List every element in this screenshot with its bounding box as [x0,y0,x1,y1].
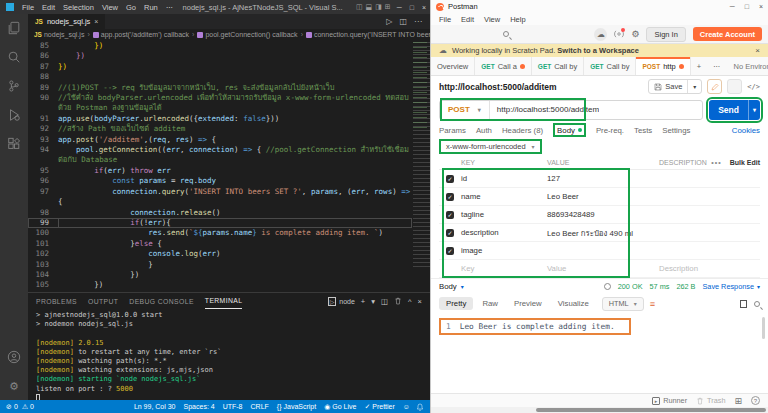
account-icon[interactable] [6,349,22,365]
search-icon[interactable] [503,31,509,37]
kill-terminal-icon[interactable] [394,297,402,305]
code-line[interactable]: 92//สร้าง Path ของเว็บไซต์ additem [28,124,412,134]
code-line[interactable]: 88 [28,72,412,82]
key-cell[interactable]: tagline [461,210,547,219]
trash-button[interactable]: Trash [696,396,725,405]
cookies-link[interactable]: Cookies [732,126,760,135]
menu-item[interactable]: View [484,15,500,24]
vscode-minimize-button[interactable]: ─ [397,4,402,11]
menu-item[interactable]: Edit [42,3,55,12]
response-tab-raw[interactable]: Raw [475,297,505,310]
code-snippet-icon[interactable]: </> [747,83,760,91]
menu-item[interactable]: Selection [63,3,94,12]
code-line[interactable]: 100 res.send(`${params.name} is complete… [28,228,412,238]
kv-row[interactable]: ✓descriptionLeo Beer กระป๋อง 490 ml [439,224,760,242]
kebab-icon[interactable]: ••• [711,159,721,166]
source-control-icon[interactable] [6,78,22,94]
code-line[interactable]: 87}) [28,62,412,72]
code-line[interactable]: 98 connection.release() [28,208,412,218]
code-line[interactable]: 90//ใช้คำสั่ง bodyParser.urlencoded เพื่… [28,93,412,114]
key-cell[interactable]: id [461,174,547,183]
key-cell[interactable]: name [461,192,547,201]
request-tab[interactable]: Overview [431,57,475,75]
runner-button[interactable]: ▸Runner [652,396,687,405]
network-globe-icon[interactable] [604,283,611,290]
row-checkbox[interactable]: ✓ [446,247,454,255]
tab-auth[interactable]: Auth [476,122,492,138]
status-item[interactable]: {}JavaScript [277,403,316,410]
sign-in-button[interactable]: Sign In [646,27,685,42]
status-item[interactable]: UTF-8 [223,403,243,410]
postman-close-button[interactable]: × [759,3,763,10]
status-item[interactable]: Spaces: 4 [184,403,215,410]
run-debug-icon[interactable] [6,107,22,123]
panel-tab-problems[interactable]: PROBLEMS [36,293,77,309]
kv-row-placeholder[interactable]: KeyValueDescription [439,260,760,278]
save-button[interactable]: Save▾ [648,79,702,94]
terminal-dropdown-icon[interactable]: ▾ [371,297,375,306]
kv-row[interactable]: ✓tagline88693428489 [439,206,760,224]
code-line[interactable]: 93app.post('/additem',(req, res) => { [28,135,412,145]
code-line[interactable]: 104 }) [28,270,412,280]
row-checkbox[interactable]: ✓ [446,211,454,219]
help-icon[interactable]: ? [751,396,760,405]
terminal-shell-badge[interactable]: ▷node [328,297,355,306]
method-select[interactable]: POST▾ [440,101,490,119]
edit-pencil-icon[interactable] [707,79,722,94]
row-checkbox[interactable]: ✓ [446,175,454,183]
code-line[interactable]: 94 pool.getConnection((err, connection) … [28,145,412,166]
request-tab[interactable]: GETCall by [532,57,584,75]
capture-requests-icon[interactable] [614,29,624,39]
value-cell[interactable]: 127 [547,174,659,183]
response-scrollbar[interactable] [762,317,765,339]
postman-maximize-button[interactable]: □ [745,3,749,10]
settings-gear-icon[interactable]: ⚙ [6,378,22,394]
code-editor[interactable]: 85 })86 })87})8889//(1)POST --> req รับข… [28,40,430,292]
tab-close-icon[interactable]: × [94,18,98,25]
new-tab-button[interactable]: + [691,57,707,75]
breadcrumb-symbol[interactable]: connection.query('INSERT INTO beers SET … [314,31,430,38]
vscode-close-button[interactable]: × [422,4,426,11]
horizontal-scrollbar[interactable] [431,407,768,413]
sync-cloud-icon[interactable]: ☁ [594,28,607,41]
request-tab[interactable]: GETCall by [584,57,636,75]
environment-selector[interactable]: No Environment▾ [727,57,768,75]
menu-item[interactable]: Go [126,3,136,12]
breadcrumb-file[interactable]: nodejs_sql.js [44,31,84,38]
editor-tab[interactable]: JS nodejs_sql.js × [28,14,106,29]
run-file-icon[interactable]: ▷ [386,17,392,26]
errors-count[interactable]: ⊘0 [6,403,18,411]
value-cell[interactable]: 88693428489 [547,210,659,219]
tab-overflow-icon[interactable]: ⋯ [707,57,727,75]
new-terminal-icon[interactable]: + [361,297,365,306]
layout-toggle-icons[interactable]: ◫⬓◨⊞ [356,3,391,11]
banner-workspace-link[interactable]: Switch to a Workspace [557,46,639,55]
code-line[interactable]: 95 if(err) throw err [28,166,412,176]
toggle-secondary-sidebar-icon[interactable]: ◨ [375,3,382,11]
save-response-button[interactable]: Save Response▾ [702,282,760,291]
terminal[interactable]: > ajnestnodejs_sql@1.0.0 start> nodemon … [28,309,430,400]
tab-body[interactable]: Body [553,123,586,137]
feedback-icon[interactable]: ☺ [403,403,410,411]
grid-icon[interactable]: ⊞ [734,396,742,406]
panel-tab-debug-console[interactable]: DEBUG CONSOLE [129,293,194,309]
menu-item[interactable]: File [22,3,34,12]
postman-minimize-button[interactable]: ─ [730,3,735,10]
breadcrumb[interactable]: JS nodejs_sql.js ›app.post('/additem') c… [28,29,430,40]
extensions-icon[interactable] [6,136,22,152]
kv-row[interactable]: ✓id127 [439,170,760,188]
menu-item[interactable]: Help [510,15,525,24]
row-checkbox[interactable]: ✓ [446,193,454,201]
value-cell[interactable]: Value [547,264,659,273]
row-checkbox[interactable]: ✓ [446,229,454,237]
response-tab-pretty[interactable]: Pretty [439,297,473,310]
code-line[interactable]: 97 connection.query('INSERT INTO beers S… [28,187,412,208]
scrollbar-thumb[interactable] [536,408,766,412]
panel-tab-terminal[interactable]: TERMINAL [205,293,243,309]
code-line[interactable]: 102 console.log(err) [28,249,412,259]
create-account-button[interactable]: Create Account [693,27,762,41]
breadcrumb-symbol[interactable]: pool.getConnection() callback [205,31,297,38]
status-item[interactable]: CRLF [251,403,269,410]
request-tab[interactable]: GETCall a [475,57,532,75]
menu-item[interactable]: View [102,3,118,12]
